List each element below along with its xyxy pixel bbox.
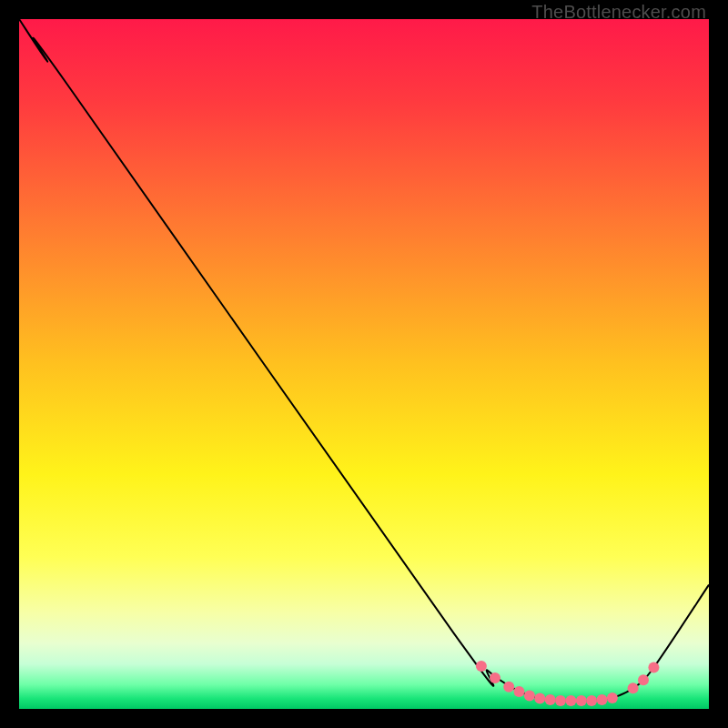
curve-marker: [476, 661, 487, 672]
watermark-text: TheBottlenecker.com: [531, 2, 706, 23]
chart-frame: [19, 19, 709, 709]
curve-marker: [638, 674, 649, 685]
curve-marker: [514, 686, 525, 697]
curve-marker: [545, 694, 556, 705]
bottleneck-chart: [19, 19, 709, 709]
curve-marker: [586, 695, 597, 706]
curve-marker: [597, 694, 608, 705]
curve-marker: [524, 691, 535, 702]
curve-marker: [576, 695, 587, 706]
chart-background: [19, 19, 709, 709]
curve-marker: [534, 693, 545, 704]
curve-marker: [503, 682, 514, 693]
curve-marker: [607, 693, 618, 703]
curve-marker: [565, 695, 576, 706]
curve-marker: [555, 695, 566, 706]
curve-marker: [490, 672, 500, 683]
curve-marker: [648, 662, 659, 673]
curve-marker: [628, 682, 639, 693]
